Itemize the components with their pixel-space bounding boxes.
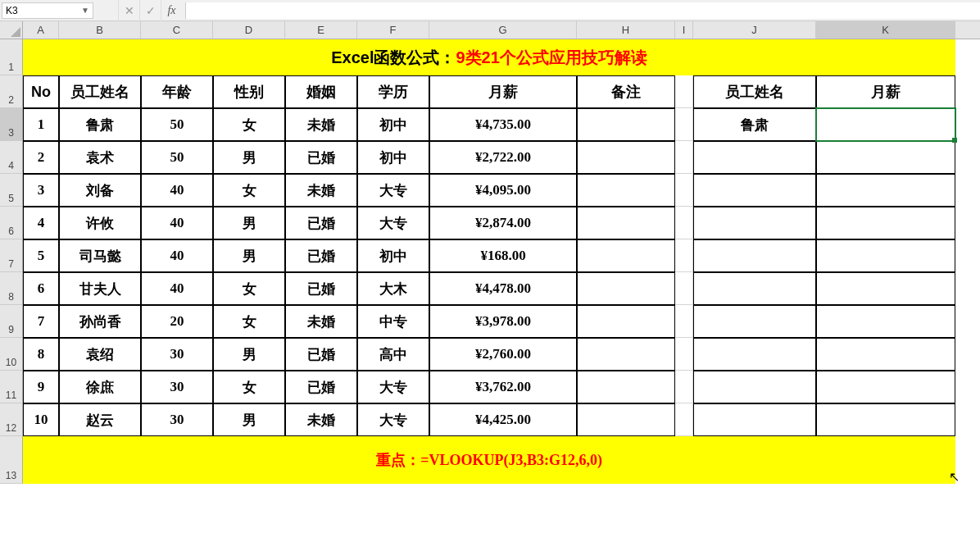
cell-sex[interactable]: 男: [213, 403, 285, 436]
cell-I5[interactable]: [675, 174, 693, 207]
cell-no[interactable]: 3: [23, 174, 59, 207]
cell-name[interactable]: 袁术: [59, 141, 141, 174]
cell-remark[interactable]: [577, 239, 675, 272]
cell-I12[interactable]: [675, 403, 693, 436]
col-header-A[interactable]: A: [23, 21, 59, 39]
cell-marriage[interactable]: 未婚: [285, 174, 357, 207]
cell-salary[interactable]: ¥2,760.00: [429, 338, 577, 371]
row-header-6[interactable]: 6: [0, 207, 23, 239]
cell-edu[interactable]: 初中: [357, 239, 429, 272]
formula-input[interactable]: [185, 2, 980, 19]
row-header-3[interactable]: 3: [0, 108, 23, 141]
cancel-formula-icon[interactable]: ✕: [118, 0, 139, 21]
cell-I8[interactable]: [675, 272, 693, 305]
cell-age[interactable]: 40: [141, 272, 213, 305]
name-box-dropdown-icon[interactable]: ▼: [81, 6, 89, 15]
cell-name[interactable]: 孙尚香: [59, 305, 141, 338]
header-sex[interactable]: 性别: [213, 75, 285, 108]
cell-sex[interactable]: 男: [213, 207, 285, 239]
cell-marriage[interactable]: 已婚: [285, 371, 357, 403]
cell-I4[interactable]: [675, 141, 693, 174]
row-header-5[interactable]: 5: [0, 174, 23, 207]
row-header-10[interactable]: 10: [0, 338, 23, 371]
col-header-I[interactable]: I: [675, 21, 693, 39]
cell-age[interactable]: 40: [141, 207, 213, 239]
cell-I2[interactable]: [675, 75, 693, 108]
cell-I10[interactable]: [675, 338, 693, 371]
col-header-G[interactable]: G: [429, 21, 577, 39]
cell-remark[interactable]: [577, 174, 675, 207]
cell-edu[interactable]: 初中: [357, 141, 429, 174]
cell-edu[interactable]: 高中: [357, 338, 429, 371]
header-marriage[interactable]: 婚姻: [285, 75, 357, 108]
cell-marriage[interactable]: 未婚: [285, 108, 357, 141]
cell-name[interactable]: 徐庶: [59, 371, 141, 403]
cell-salary[interactable]: ¥4,478.00: [429, 272, 577, 305]
cell-J6[interactable]: [693, 207, 816, 239]
cell-no[interactable]: 5: [23, 239, 59, 272]
cell-K5[interactable]: [816, 174, 955, 207]
lookup-name-cell[interactable]: 鲁肃: [693, 108, 816, 141]
cell-name[interactable]: 刘备: [59, 174, 141, 207]
cell-marriage[interactable]: 已婚: [285, 239, 357, 272]
cell-J8[interactable]: [693, 272, 816, 305]
header-lookup-name[interactable]: 员工姓名: [693, 75, 816, 108]
cell-age[interactable]: 20: [141, 305, 213, 338]
cell-marriage[interactable]: 已婚: [285, 272, 357, 305]
cell-remark[interactable]: [577, 371, 675, 403]
header-salary[interactable]: 月薪: [429, 75, 577, 108]
cell-name[interactable]: 甘夫人: [59, 272, 141, 305]
cell-no[interactable]: 1: [23, 108, 59, 141]
row-header-9[interactable]: 9: [0, 305, 23, 338]
cell-sex[interactable]: 女: [213, 174, 285, 207]
cell-salary[interactable]: ¥3,978.00: [429, 305, 577, 338]
cell-J4[interactable]: [693, 141, 816, 174]
cell-remark[interactable]: [577, 305, 675, 338]
cell-I6[interactable]: [675, 207, 693, 239]
cell-no[interactable]: 6: [23, 272, 59, 305]
cell-sex[interactable]: 男: [213, 338, 285, 371]
accept-formula-icon[interactable]: ✓: [139, 0, 161, 21]
header-lookup-salary[interactable]: 月薪: [816, 75, 955, 108]
cell-name[interactable]: 鲁肃: [59, 108, 141, 141]
cell-edu[interactable]: 中专: [357, 305, 429, 338]
cell-K4[interactable]: [816, 141, 955, 174]
cell-remark[interactable]: [577, 403, 675, 436]
col-header-H[interactable]: H: [577, 21, 675, 39]
header-remark[interactable]: 备注: [577, 75, 675, 108]
cell-K8[interactable]: [816, 272, 955, 305]
cell-J10[interactable]: [693, 338, 816, 371]
cell-salary[interactable]: ¥4,735.00: [429, 108, 577, 141]
cell-age[interactable]: 40: [141, 239, 213, 272]
cell-remark[interactable]: [577, 338, 675, 371]
cell-edu[interactable]: 大专: [357, 403, 429, 436]
cell-I7[interactable]: [675, 239, 693, 272]
cell-I9[interactable]: [675, 305, 693, 338]
cell-salary[interactable]: ¥168.00: [429, 239, 577, 272]
row-header-7[interactable]: 7: [0, 239, 23, 272]
cell-K12[interactable]: [816, 403, 955, 436]
cell-age[interactable]: 30: [141, 338, 213, 371]
cell-K11[interactable]: [816, 371, 955, 403]
cell-salary[interactable]: ¥4,425.00: [429, 403, 577, 436]
cell-marriage[interactable]: 已婚: [285, 141, 357, 174]
cell-salary[interactable]: ¥3,762.00: [429, 371, 577, 403]
row-header-11[interactable]: 11: [0, 371, 23, 403]
cell-sex[interactable]: 女: [213, 305, 285, 338]
cell-K10[interactable]: [816, 338, 955, 371]
cell-J11[interactable]: [693, 371, 816, 403]
col-header-B[interactable]: B: [59, 21, 141, 39]
cell-age[interactable]: 50: [141, 141, 213, 174]
cell-sex[interactable]: 女: [213, 108, 285, 141]
cell-salary[interactable]: ¥2,722.00: [429, 141, 577, 174]
cell-J7[interactable]: [693, 239, 816, 272]
cell-no[interactable]: 8: [23, 338, 59, 371]
header-name[interactable]: 员工姓名: [59, 75, 141, 108]
col-header-C[interactable]: C: [141, 21, 213, 39]
cell-sex[interactable]: 女: [213, 272, 285, 305]
col-header-J[interactable]: J: [693, 21, 816, 39]
cell-edu[interactable]: 大木: [357, 272, 429, 305]
cell-K9[interactable]: [816, 305, 955, 338]
col-header-E[interactable]: E: [285, 21, 357, 39]
header-edu[interactable]: 学历: [357, 75, 429, 108]
